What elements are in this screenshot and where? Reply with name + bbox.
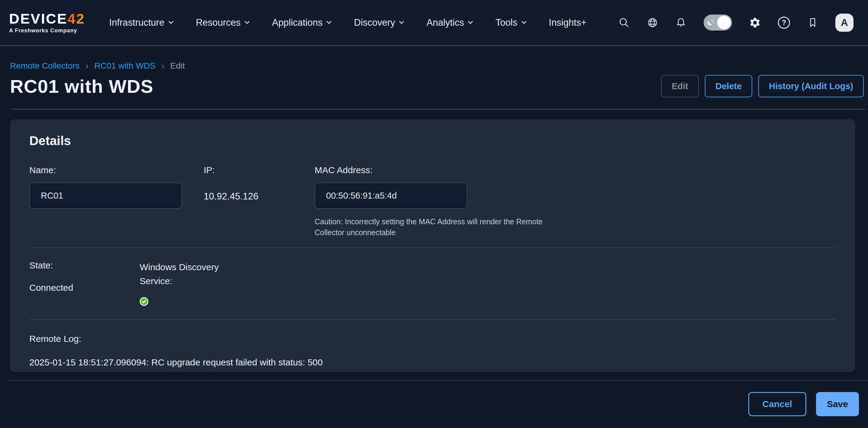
settings-icon[interactable] xyxy=(749,17,761,29)
search-icon[interactable] xyxy=(618,17,630,28)
top-navbar: DEVICE42 A Freshworks Company Infrastruc… xyxy=(0,0,868,46)
avatar[interactable]: A xyxy=(835,13,854,32)
mac-address-input[interactable] xyxy=(315,183,467,209)
divider xyxy=(29,319,836,320)
edit-button[interactable]: Edit xyxy=(661,75,699,97)
history-audit-logs-button[interactable]: History (Audit Logs) xyxy=(758,75,864,97)
wds-label: Windows Discovery Service: xyxy=(140,260,236,288)
mac-caution-text: Caution: Incorrectly setting the MAC Add… xyxy=(315,216,556,238)
nav-item-label: Resources xyxy=(196,17,241,28)
ip-label: IP: xyxy=(204,165,315,175)
logo-number: 42 xyxy=(67,10,85,27)
nav-item-label: Applications xyxy=(272,17,322,28)
divider xyxy=(29,248,836,248)
details-row-identity: Name: IP: 10.92.45.126 MAC Address: Caut… xyxy=(29,165,836,238)
breadcrumb: Remote Collectors › RC01 with WDS › Edit xyxy=(10,61,858,71)
green-check-icon xyxy=(140,297,148,306)
logo-wordmark: DEVICE42 xyxy=(9,11,85,26)
help-icon[interactable]: ? xyxy=(778,17,790,29)
logo-tagline: A Freshworks Company xyxy=(9,28,85,34)
mac-field-group: MAC Address: Caution: Incorrectly settin… xyxy=(315,165,836,238)
nav-item-infrastructure[interactable]: Infrastructure xyxy=(109,17,174,28)
details-heading: Details xyxy=(29,133,836,148)
nav-item-applications[interactable]: Applications xyxy=(272,17,332,28)
nav-item-label: Insights+ xyxy=(549,17,587,28)
delete-button[interactable]: Delete xyxy=(705,75,752,97)
ip-value: 10.92.45.126 xyxy=(204,191,315,202)
cancel-button[interactable]: Cancel xyxy=(748,392,806,416)
chevron-down-icon xyxy=(245,21,250,24)
logo-name: DEVICE xyxy=(9,10,67,27)
nav-item-label: Tools xyxy=(495,17,517,28)
details-card: Details Name: IP: 10.92.45.126 MAC Addre… xyxy=(10,119,855,372)
breadcrumb-current: Edit xyxy=(170,61,185,70)
nav-item-label: Discovery xyxy=(354,17,395,28)
save-button[interactable]: Save xyxy=(816,392,859,416)
device42-logo[interactable]: DEVICE42 A Freshworks Company xyxy=(9,11,85,34)
chevron-down-icon xyxy=(521,21,526,24)
state-value: Connected xyxy=(29,283,140,293)
breadcrumb-separator: › xyxy=(161,61,164,70)
remote-log-entry: 2025-01-15 18:51:27.096094: RC upgrade r… xyxy=(29,357,836,368)
ip-field-group: IP: 10.92.45.126 xyxy=(204,165,315,238)
nav-item-analytics[interactable]: Analytics xyxy=(427,17,473,28)
form-footer: Cancel Save xyxy=(8,380,868,416)
breadcrumb-link-rc01[interactable]: RC01 with WDS xyxy=(94,61,155,70)
page-title: RC01 with WDS xyxy=(10,75,154,97)
nav-item-label: Analytics xyxy=(427,17,464,28)
breadcrumb-link-remote-collectors[interactable]: Remote Collectors xyxy=(10,61,80,70)
chevron-down-icon xyxy=(399,21,404,24)
wds-field-group: Windows Discovery Service: xyxy=(140,260,836,306)
mac-address-label: MAC Address: xyxy=(315,165,836,175)
name-input[interactable] xyxy=(29,183,182,209)
theme-toggle[interactable] xyxy=(704,14,732,31)
remote-log-label: Remote Log: xyxy=(29,334,836,344)
breadcrumb-separator: › xyxy=(86,61,88,70)
avatar-initial: A xyxy=(841,17,848,28)
title-row: RC01 with WDS Edit Delete History (Audit… xyxy=(10,75,864,97)
chevron-down-icon xyxy=(468,21,473,24)
page-actions: Edit Delete History (Audit Logs) xyxy=(661,75,864,97)
globe-icon[interactable] xyxy=(647,17,658,28)
nav-item-insights[interactable]: Insights+ xyxy=(549,17,587,28)
state-label: State: xyxy=(29,260,140,271)
chevron-down-icon xyxy=(327,21,332,24)
details-row-state: State: Connected Windows Discovery Servi… xyxy=(29,260,836,306)
state-field-group: State: Connected xyxy=(29,260,140,306)
name-field-group: Name: xyxy=(29,165,204,238)
nav-item-resources[interactable]: Resources xyxy=(196,17,250,28)
help-glyph: ? xyxy=(782,19,786,27)
topbar-icons: ? A xyxy=(618,13,854,32)
name-label: Name: xyxy=(29,165,204,175)
main-nav: Infrastructure Resources Applications Di… xyxy=(109,17,586,28)
nav-item-discovery[interactable]: Discovery xyxy=(354,17,404,28)
bookmark-icon[interactable] xyxy=(807,17,818,28)
toggle-knob xyxy=(717,16,731,29)
chevron-down-icon xyxy=(168,21,174,24)
moon-icon xyxy=(706,18,716,28)
notifications-icon[interactable] xyxy=(675,17,687,28)
nav-item-label: Infrastructure xyxy=(109,17,164,28)
nav-item-tools[interactable]: Tools xyxy=(495,17,526,28)
divider xyxy=(11,109,866,110)
